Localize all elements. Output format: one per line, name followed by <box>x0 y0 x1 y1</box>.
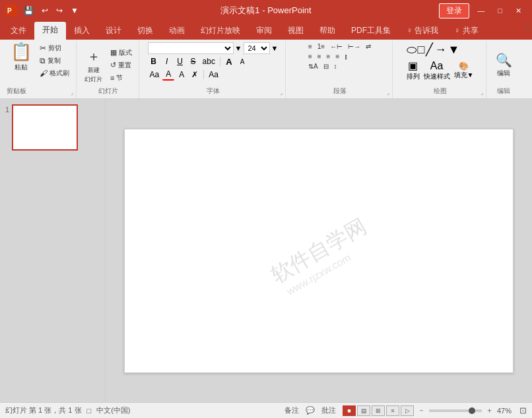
font-size-dropdown[interactable]: ▼ <box>271 44 279 52</box>
tab-insert[interactable]: 插入 <box>66 22 98 40</box>
shapes-more[interactable]: ▼ <box>448 43 459 57</box>
align-center-button[interactable]: ≡ <box>316 52 323 61</box>
language-indicator[interactable]: 中文(中国) <box>96 405 130 415</box>
align-text-button[interactable]: ⊟ <box>321 62 331 71</box>
tab-pdf[interactable]: PDF工具集 <box>343 22 399 40</box>
tab-tell-me[interactable]: ♀ 告诉我 <box>399 22 446 40</box>
zoom-thumb[interactable] <box>469 407 475 414</box>
font-highlight-button[interactable]: A <box>176 69 187 81</box>
bold-button[interactable]: B <box>148 55 160 67</box>
font-color-button[interactable]: A <box>162 69 174 81</box>
bullets-button[interactable]: ≡ <box>306 42 314 51</box>
underline-button[interactable]: U <box>174 55 186 67</box>
paragraph-expand[interactable]: ⌟ <box>387 89 389 96</box>
login-button[interactable]: 登录 <box>439 3 469 18</box>
shapes-line[interactable]: ╱ <box>426 42 433 57</box>
close-button[interactable]: ✕ <box>510 0 527 21</box>
text-direction-button[interactable]: ⇅A <box>306 62 320 71</box>
quick-styles-button[interactable]: Aa 快速样式 <box>424 60 450 81</box>
tab-home[interactable]: 开始 <box>34 22 66 40</box>
slide-number: 1 <box>5 106 9 114</box>
column-button[interactable]: ⫿ <box>343 52 350 61</box>
maximize-button[interactable]: □ <box>492 0 508 21</box>
cut-button[interactable]: ✂剪切 <box>37 42 72 54</box>
font-name-dropdown[interactable]: ▼ <box>235 44 242 52</box>
format-painter-button[interactable]: 🖌格式刷 <box>37 67 72 79</box>
notes-view-button[interactable]: ≡ <box>386 405 399 416</box>
group-clipboard: 📋 粘贴 ✂剪切 ⧉复制 🖌格式刷 剪贴板 ⌟ <box>3 41 77 98</box>
strikethrough-button[interactable]: S <box>187 55 199 67</box>
drawing-expand[interactable]: ⌟ <box>481 89 483 96</box>
tab-share[interactable]: ♀ 共享 <box>446 22 486 40</box>
layout-button[interactable]: ▦版式 <box>108 47 135 59</box>
ribbon-tabs: 文件 开始 插入 设计 切换 动画 幻灯片放映 审阅 视图 帮助 PDF工具集 … <box>0 21 532 40</box>
collapse-ribbon-button[interactable]: ∧ <box>523 21 532 30</box>
reading-view-button[interactable]: ▷ <box>401 405 414 416</box>
align-right-button[interactable]: ≡ <box>325 52 333 61</box>
reset-button[interactable]: ↺重置 <box>108 59 135 71</box>
decrease-fontsize-button[interactable]: A <box>236 55 248 67</box>
paste-button[interactable]: 📋 粘贴 <box>7 40 36 81</box>
shapes-dropdown[interactable]: □ <box>418 43 425 57</box>
slide-canvas[interactable]: 软件自学网 www.rjzxw.com <box>124 129 514 373</box>
text-shadow-button[interactable]: abc <box>201 55 217 67</box>
zoom-plus[interactable]: ＋ <box>486 405 493 415</box>
new-slide-button[interactable]: ＋ 新建 幻灯片 <box>82 46 105 85</box>
tab-help[interactable]: 帮助 <box>312 22 343 40</box>
zoom-minus[interactable]: － <box>418 405 425 415</box>
notes-button[interactable]: 备注 <box>282 405 302 416</box>
char-spacing-button[interactable]: Aa <box>148 69 162 81</box>
slide-panel: 1 <box>0 99 106 402</box>
font-expand[interactable]: ⌟ <box>280 89 283 96</box>
line-spacing-button[interactable]: ↕ <box>332 62 339 71</box>
tab-review[interactable]: 审阅 <box>248 22 280 40</box>
normal-view-button[interactable]: ■ <box>343 405 356 416</box>
numbering-button[interactable]: 1≡ <box>316 42 327 51</box>
decrease-indent-button[interactable]: ←⊢ <box>328 42 345 51</box>
edit-label: 编辑 <box>497 87 510 96</box>
slide-sorter-button[interactable]: ⊞ <box>372 405 385 416</box>
fit-slide-button[interactable]: ⊡ <box>519 405 527 415</box>
increase-fontsize-button[interactable]: A <box>223 55 235 67</box>
convert-to-smartart-button[interactable]: ⇌ <box>364 42 373 51</box>
status-bar: 幻灯片 第 1 张，共 1 张 □ 中文(中国) 备注 💬 批注 ■ ▤ ⊞ ≡… <box>0 402 532 418</box>
undo-button[interactable]: ↩ <box>39 5 51 17</box>
justify-button[interactable]: ≡ <box>333 52 341 61</box>
outline-view-button[interactable]: ▤ <box>357 405 370 416</box>
redo-button[interactable]: ↪ <box>53 5 65 17</box>
font-size-select[interactable]: 24 <box>244 42 270 54</box>
zoom-slider[interactable] <box>429 409 482 412</box>
save-button[interactable]: 💾 <box>21 5 36 17</box>
title-bar: P 💾 ↩ ↪ ▼ 演示文稿1 - PowerPoint 登录 — □ ✕ <box>0 0 532 21</box>
comments-button[interactable]: 批注 <box>319 405 339 416</box>
align-left-button[interactable]: ≡ <box>306 52 314 61</box>
slide-thumbnail-1[interactable]: 1 <box>5 104 100 151</box>
main-area: 1 软件自学网 www.rjzxw.com <box>0 99 532 402</box>
font-name-select[interactable] <box>148 42 234 54</box>
uppercase-button[interactable]: Aa <box>207 69 220 81</box>
canvas-area: 软件自学网 www.rjzxw.com <box>106 99 532 402</box>
svg-text:P: P <box>7 7 12 15</box>
tab-slideshow[interactable]: 幻灯片放映 <box>193 22 248 40</box>
shapes-gallery[interactable]: ⬭ <box>407 43 416 57</box>
find-replace-button[interactable]: 🔍 编辑 <box>492 46 515 85</box>
tab-file[interactable]: 文件 <box>3 22 34 40</box>
quick-access-toolbar: 💾 ↩ ↪ ▼ <box>21 5 81 17</box>
tab-view[interactable]: 视图 <box>280 22 312 40</box>
italic-button[interactable]: I <box>161 55 173 67</box>
tab-animations[interactable]: 动画 <box>161 22 193 40</box>
copy-button[interactable]: ⧉复制 <box>37 55 72 67</box>
tab-transitions[interactable]: 切换 <box>129 22 161 40</box>
increase-indent-button[interactable]: ⊢→ <box>346 42 362 51</box>
arrange-button[interactable]: ▣ 排列 <box>407 59 420 81</box>
tab-design[interactable]: 设计 <box>98 22 129 40</box>
shapes-arrow[interactable]: → <box>434 43 446 57</box>
group-edit: 🔍 编辑 编辑 <box>488 41 519 98</box>
clipboard-expand[interactable]: ⌟ <box>71 89 73 96</box>
shape-fill-button[interactable]: 🎨 填充▼ <box>454 61 474 80</box>
slide-thumb[interactable] <box>12 104 78 151</box>
clear-formatting-button[interactable]: ✗ <box>189 69 201 81</box>
minimize-button[interactable]: — <box>472 0 490 21</box>
section-button[interactable]: ≡节 <box>108 72 135 84</box>
customize-quick-access-button[interactable]: ▼ <box>68 5 81 17</box>
